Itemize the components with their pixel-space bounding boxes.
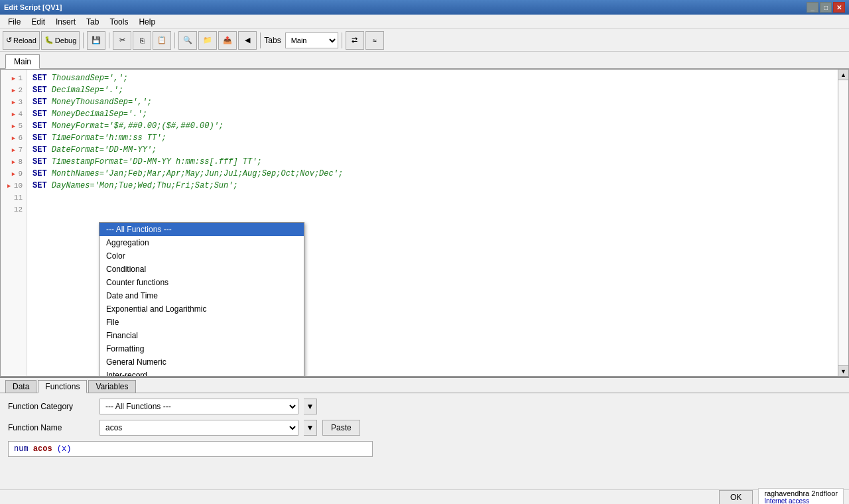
line-10-num: ▶10	[1, 180, 27, 192]
function-category-select[interactable]: --- All Functions ---	[99, 399, 298, 414]
line-numbers: ▶1 ▶2 ▶3 ▶4 ▶5 ▶6 ▶7 ▶8 ▶9 ▶10 ▶11 ▶12	[1, 70, 27, 376]
arrow-8: ▶	[9, 158, 18, 166]
code-line-10: SET DayNames='Mon;Tue;Wed;Thu;Fri;Sat;Su…	[33, 180, 843, 192]
function-name-row: Function Name acos ▼ Paste	[8, 420, 841, 436]
tab-data[interactable]: Data	[5, 380, 36, 393]
status-bar: OK raghavendhra 2ndfloor Internet access	[0, 489, 849, 504]
tab-variables[interactable]: Variables	[88, 380, 135, 393]
function-category-label: Function Category	[8, 402, 94, 411]
main-tab[interactable]: Main	[5, 54, 40, 69]
tabs-dropdown[interactable]: Main	[285, 32, 338, 48]
function-name-label: Function Name	[8, 423, 94, 432]
toolbar: ↺ Reload 🐛 Debug 💾 ✂ ⎘ 📋 🔍 📁 📤 ◀ Tabs Ma…	[0, 29, 849, 52]
line-9-num: ▶9	[1, 168, 27, 180]
menu-help[interactable]: Help	[133, 16, 161, 28]
menu-tab[interactable]: Tab	[81, 16, 104, 28]
dropdown-item-counter[interactable]: Counter functions	[99, 276, 304, 289]
dropdown-item-all-functions[interactable]: --- All Functions ---	[99, 223, 304, 236]
menu-bar: File Edit Insert Tab Tools Help	[0, 15, 849, 29]
code-line-8: SET TimestampFormat='DD-MM-YY h:mm:ss[.f…	[33, 156, 843, 168]
separator-3	[174, 32, 175, 48]
arrow-9: ▶	[9, 170, 18, 178]
menu-insert[interactable]: Insert	[50, 16, 81, 28]
arrow-5: ▶	[9, 123, 18, 130]
preview-keyword: num	[14, 444, 29, 454]
debug-button[interactable]: 🐛 Debug	[41, 31, 80, 50]
title-bar-buttons: _ □ ✕	[807, 2, 845, 13]
function-name-dropdown-arrow[interactable]: ▼	[304, 420, 317, 436]
window-title: Edit Script [QV1]	[4, 3, 62, 11]
connection-status: Internet access	[764, 497, 838, 504]
scrollbar-up[interactable]: ▲	[838, 70, 848, 80]
menu-file[interactable]: File	[3, 16, 26, 28]
arrow-6: ▶	[9, 135, 18, 142]
line-6-num: ▶6	[1, 132, 27, 144]
export-icon: 📤	[223, 36, 232, 44]
dropdown-item-aggregation[interactable]: Aggregation	[99, 236, 304, 249]
paste-button[interactable]: Paste	[322, 420, 360, 436]
function-name-select[interactable]: acos	[99, 420, 298, 436]
function-category-dropdown-list[interactable]: --- All Functions --- Aggregation Color …	[99, 222, 304, 377]
code-line-11	[33, 192, 843, 204]
minimize-button[interactable]: _	[807, 2, 818, 13]
line-4-num: ▶4	[1, 108, 27, 120]
arrow-10: ▶	[5, 182, 14, 190]
tab-functions[interactable]: Functions	[38, 380, 87, 393]
save-button[interactable]: 💾	[87, 31, 105, 50]
copy-button[interactable]: ⎘	[133, 31, 151, 50]
dropdown-item-exponential[interactable]: Exponential and Logarithmic	[99, 302, 304, 316]
code-line-2: SET DecimalSep='.';	[33, 84, 843, 96]
menu-tools[interactable]: Tools	[104, 16, 133, 28]
function-category-dropdown-arrow[interactable]: ▼	[304, 399, 317, 414]
dropdown-item-conditional[interactable]: Conditional	[99, 263, 304, 276]
code-line-1: SET ThousandSep=',';	[33, 72, 843, 84]
arrow-icon: ⇄	[352, 36, 358, 44]
dropdown-item-datetime[interactable]: Date and Time	[99, 289, 304, 302]
maximize-button[interactable]: □	[820, 2, 832, 13]
back-button[interactable]: ◀	[238, 31, 257, 50]
code-line-12	[33, 204, 843, 216]
scrollbar-down[interactable]: ▼	[838, 365, 848, 376]
separator-1	[83, 32, 84, 48]
arrow-2: ▶	[9, 87, 18, 94]
line-7-num: ▶7	[1, 144, 27, 156]
menu-edit[interactable]: Edit	[26, 16, 50, 28]
icon-btn-1[interactable]: ⇄	[346, 31, 364, 50]
paste-toolbar-button[interactable]: 📋	[153, 31, 171, 50]
copy-icon: ⎘	[140, 36, 145, 44]
export-button[interactable]: 📤	[218, 31, 237, 50]
separator-5	[342, 32, 342, 48]
dropdown-item-color[interactable]: Color	[99, 249, 304, 263]
code-line-5: SET MoneyFormat='$#,##0.00;($#,##0.00)';	[33, 120, 843, 132]
bottom-content: Function Category --- All Functions --- …	[0, 393, 849, 489]
bottom-panel: Data Functions Variables Function Catego…	[0, 377, 849, 489]
arrow-1: ▶	[9, 75, 18, 82]
reload-button[interactable]: ↺ Reload	[3, 31, 40, 50]
line-11-num: ▶11	[1, 192, 27, 204]
folder-icon: 📁	[203, 36, 212, 44]
debug-icon: 🐛	[44, 36, 54, 44]
dropdown-item-file[interactable]: File	[99, 316, 304, 329]
code-line-3: SET MoneyThousandSep=',';	[33, 96, 843, 108]
arrow-3: ▶	[9, 99, 18, 106]
title-bar: Edit Script [QV1] _ □ ✕	[0, 0, 849, 15]
open-folder-button[interactable]: 📁	[198, 31, 217, 50]
dropdown-item-formatting[interactable]: Formatting	[99, 342, 304, 355]
dropdown-item-financial[interactable]: Financial	[99, 329, 304, 342]
dropdown-item-inter-record[interactable]: Inter-record	[99, 369, 304, 377]
paste-icon: 📋	[157, 36, 166, 44]
cut-button[interactable]: ✂	[113, 31, 131, 50]
editor-scrollbar[interactable]: ▲ ▼	[838, 70, 848, 376]
close-button[interactable]: ✕	[833, 2, 845, 13]
line-12-num: ▶12	[1, 204, 27, 216]
line-8-num: ▶8	[1, 156, 27, 168]
ok-button[interactable]: OK	[719, 490, 753, 505]
preview-fname: acos	[33, 444, 52, 454]
function-category-row: Function Category --- All Functions --- …	[8, 399, 841, 414]
line-5-num: ▶5	[1, 120, 27, 132]
wave-icon: ≈	[373, 36, 377, 44]
dropdown-item-general-numeric[interactable]: General Numeric	[99, 355, 304, 369]
code-editor: ▶1 ▶2 ▶3 ▶4 ▶5 ▶6 ▶7 ▶8 ▶9 ▶10 ▶11 ▶12 S…	[0, 69, 849, 377]
find-button[interactable]: 🔍	[178, 31, 197, 50]
icon-btn-2[interactable]: ≈	[365, 31, 384, 50]
